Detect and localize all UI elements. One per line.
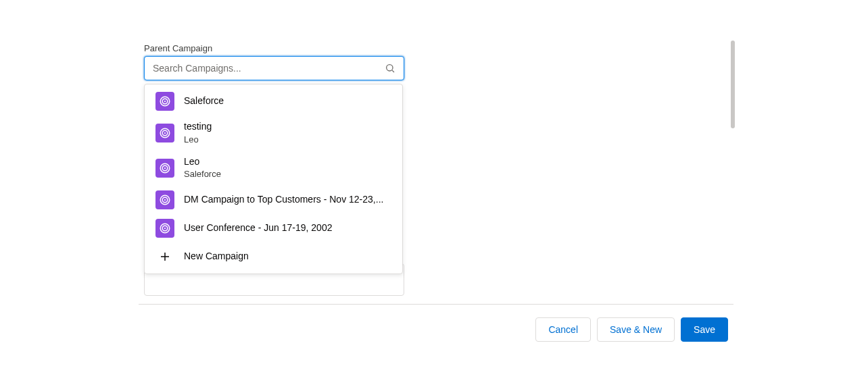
- search-campaigns-combobox[interactable]: [144, 56, 404, 80]
- svg-point-10: [164, 167, 166, 169]
- option-title: testing: [184, 120, 212, 134]
- option-title: User Conference - Jun 17-19, 2002: [184, 222, 332, 235]
- svg-point-7: [164, 132, 166, 134]
- svg-line-1: [392, 70, 394, 72]
- option-title: DM Campaign to Top Customers - Nov 12-23…: [184, 193, 383, 207]
- field-label-parent-campaign: Parent Campaign: [144, 43, 404, 53]
- option-text: DM Campaign to Top Customers - Nov 12-23…: [184, 193, 383, 207]
- option-text: Leo Saleforce: [184, 155, 221, 181]
- option-text: testing Leo: [184, 120, 212, 146]
- option-text: User Conference - Jun 17-19, 2002: [184, 222, 332, 235]
- parent-campaign-lookup: Parent Campaign Saleforce testing: [144, 43, 404, 80]
- campaign-icon: [155, 190, 174, 209]
- search-campaigns-input[interactable]: [153, 63, 385, 74]
- svg-point-4: [164, 101, 166, 102]
- option-title: Leo: [184, 155, 221, 169]
- search-icon: [385, 63, 395, 74]
- cancel-button[interactable]: Cancel: [535, 317, 591, 342]
- svg-point-0: [387, 65, 393, 71]
- campaign-option[interactable]: Saleforce: [145, 87, 402, 115]
- option-subtitle: Leo: [184, 134, 212, 146]
- save-button[interactable]: Save: [681, 317, 728, 342]
- campaign-option[interactable]: User Conference - Jun 17-19, 2002: [145, 214, 402, 242]
- campaign-option[interactable]: Leo Saleforce: [145, 151, 402, 186]
- scrollbar-thumb[interactable]: [731, 41, 735, 128]
- new-campaign-label: New Campaign: [184, 250, 249, 263]
- plus-icon: [155, 247, 174, 266]
- save-and-new-button[interactable]: Save & New: [597, 317, 675, 342]
- svg-point-13: [164, 199, 166, 200]
- new-campaign-option[interactable]: New Campaign: [145, 242, 402, 271]
- footer-divider: [139, 304, 733, 305]
- campaign-icon: [155, 219, 174, 238]
- svg-point-16: [164, 227, 166, 228]
- footer-buttons: Cancel Save & New Save: [535, 317, 728, 342]
- campaign-option[interactable]: DM Campaign to Top Customers - Nov 12-23…: [145, 186, 402, 214]
- option-subtitle: Saleforce: [184, 168, 221, 180]
- option-text: New Campaign: [184, 250, 249, 263]
- campaign-option[interactable]: testing Leo: [145, 115, 402, 151]
- campaign-dropdown: Saleforce testing Leo Leo Saleforce: [144, 84, 403, 274]
- option-title: Saleforce: [184, 95, 224, 108]
- campaign-icon: [155, 92, 174, 111]
- campaign-icon: [155, 124, 174, 142]
- campaign-icon: [155, 159, 174, 178]
- option-text: Saleforce: [184, 95, 224, 108]
